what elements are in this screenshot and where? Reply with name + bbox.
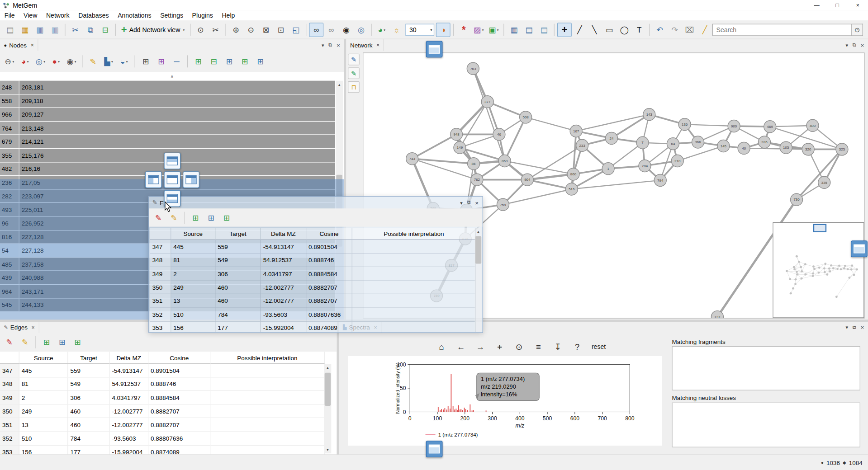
table-pin-icon[interactable]: ⊞ [237, 54, 252, 69]
spectra-close-icon[interactable]: × [861, 324, 864, 331]
network-node[interactable]: 40 [738, 142, 750, 154]
table-row[interactable]: 353156177-15.9920040.8874089 [0, 446, 325, 455]
lamp-icon[interactable]: ☼ [389, 23, 404, 37]
network-edge[interactable] [612, 114, 649, 138]
reset-button[interactable]: reset [589, 343, 608, 350]
spin-arrows-icon[interactable]: ▾ [430, 28, 434, 32]
table-row[interactable]: 352510784-93.56030.88807636 [0, 432, 325, 446]
column-header[interactable] [0, 352, 19, 364]
network-node[interactable]: 149 [454, 141, 466, 154]
scroll-thumb[interactable] [325, 373, 331, 406]
dragged-edges-panel[interactable]: ✎ E... ▾ ⧉ × ✎✎⊞⊞⊞ SourceTargetDelta MZC… [148, 196, 483, 333]
calculator-icon[interactable]: ⊞ [138, 54, 153, 69]
ghost-menu-icon[interactable]: ▾ [460, 200, 463, 205]
column-header[interactable]: Delta MZ [109, 352, 148, 364]
minimap-viewport[interactable] [813, 224, 826, 232]
tab-network[interactable]: Network × [346, 39, 384, 51]
network-edge[interactable] [685, 124, 734, 126]
save-as-icon[interactable]: ▥ [47, 23, 62, 37]
network-float-icon[interactable]: ⧉ [853, 42, 856, 48]
network-node[interactable]: 377 [481, 96, 493, 108]
network-node[interactable]: 860 [567, 168, 579, 180]
network-edge[interactable] [473, 69, 505, 161]
undo-icon[interactable]: ↶ [653, 23, 667, 37]
move-tool-icon[interactable]: + [557, 23, 572, 37]
column-header[interactable]: Cosine [306, 228, 352, 240]
sphere-view-icon[interactable]: ◑ [436, 23, 451, 37]
dock-indicator-screen-right[interactable] [851, 240, 868, 257]
menu-network[interactable]: Network [42, 10, 74, 20]
zoom-out-icon[interactable]: ⊖ [244, 23, 258, 37]
network-edge[interactable] [797, 149, 842, 199]
network-edge[interactable] [503, 189, 572, 204]
help-icon[interactable]: ? [570, 339, 584, 354]
add-network-view-button[interactable]: +Add Network view▾ [119, 23, 187, 37]
table-row[interactable]: 966209,127 [0, 108, 344, 122]
ghost-scrollbar[interactable]: ▲ [475, 228, 482, 332]
table-row[interactable]: 3488154954.9125370.888746 [150, 254, 476, 267]
column-header[interactable]: Source [19, 352, 68, 364]
table-row[interactable]: 3488154954.9125370.888746 [0, 377, 325, 391]
scroll-thumb[interactable] [475, 236, 481, 263]
network-edge[interactable] [678, 146, 724, 161]
highlight-edge-pen-icon[interactable]: ✎ [18, 335, 32, 349]
network-node[interactable]: 794 [654, 174, 666, 186]
lock-icon[interactable]: ⊓ [348, 81, 360, 93]
network-node[interactable]: 763 [467, 62, 479, 75]
clean-icon[interactable]: ╱ [697, 23, 712, 37]
table-row[interactable]: 248203,181 [0, 81, 344, 94]
zoom-original-icon[interactable]: ⊡ [274, 23, 288, 37]
network-node[interactable]: 136 [678, 118, 691, 131]
dock-indicator-center[interactable] [164, 171, 180, 188]
table-row[interactable]: 558209,118 [0, 94, 344, 108]
save-figure-icon[interactable]: ↧ [550, 339, 565, 354]
save-project-icon[interactable]: ▥ [33, 23, 47, 37]
edges-scrollbar[interactable]: ▲ ▼ [324, 364, 331, 453]
network-edge[interactable] [608, 143, 643, 169]
network-node[interactable]: 948 [451, 128, 463, 141]
zoom-select-icon[interactable]: ⊙ [512, 339, 526, 354]
process-file-icon[interactable]: ✂ [68, 23, 83, 37]
shrink-nodes-icon[interactable]: ⊖▾ [2, 54, 17, 69]
table-settings-icon[interactable]: ⊞ [253, 54, 268, 69]
menu-plugins[interactable]: Plugins [188, 10, 218, 20]
network-node[interactable]: 86 [468, 158, 480, 170]
edges-tab-close-icon[interactable]: × [31, 324, 34, 330]
rect-tool-icon[interactable]: ▭ [602, 23, 617, 37]
column-header[interactable]: Cosine [148, 352, 210, 364]
menu-file[interactable]: File [0, 10, 19, 20]
table-row[interactable]: 679214,121 [0, 135, 344, 149]
diagonal-tool-icon[interactable]: ╲ [587, 23, 602, 37]
unlink-selection-icon[interactable]: ∞ [324, 23, 338, 37]
dock-indicator-screen-bottom[interactable] [426, 441, 443, 457]
back-icon[interactable]: ← [454, 339, 468, 354]
network-node[interactable]: 508 [520, 111, 532, 123]
hide-items-icon[interactable]: ◉ [339, 23, 353, 37]
scroll-up-icon[interactable]: ▲ [324, 364, 331, 371]
network-edge[interactable] [456, 102, 488, 134]
redo-icon[interactable]: ↷ [668, 23, 682, 37]
table-settings-icon[interactable]: ⊞ [71, 335, 85, 349]
add-annotation-pen-icon[interactable]: ✎ [348, 67, 360, 79]
table-merge-icon[interactable]: ⊞ [222, 54, 237, 69]
table-row[interactable]: 764213,148 [0, 122, 344, 135]
network-node[interactable]: 400 [806, 119, 819, 132]
network-node[interactable]: 233 [576, 139, 588, 151]
chart-icon[interactable]: ▙▾ [101, 54, 116, 69]
node-size-spinbox[interactable]: 30▾ [405, 24, 434, 36]
fullscreen-icon[interactable]: ◱ [289, 23, 303, 37]
nodes-float-icon[interactable]: ⧉ [328, 42, 332, 48]
network-node[interactable]: 762 [471, 174, 483, 186]
collapse-icon[interactable]: ─ [170, 54, 184, 69]
menu-help[interactable]: Help [218, 10, 240, 20]
network-node[interactable]: 325 [836, 143, 848, 155]
edit-pen-icon[interactable]: ✎ [86, 54, 100, 69]
table-row[interactable]: 353156177-15.9920040.8874089 [150, 322, 476, 333]
network-node[interactable]: 1 [602, 163, 614, 175]
network-node[interactable]: 863 [498, 155, 511, 167]
dock-indicator-screen-top[interactable] [426, 41, 443, 58]
table-merge-icon[interactable]: ⊞ [55, 335, 69, 349]
network-node[interactable]: 145 [717, 140, 730, 152]
nodes-menu-icon[interactable]: ▾ [322, 42, 324, 48]
scroll-up-hint-icon[interactable]: ∧ [0, 72, 344, 81]
